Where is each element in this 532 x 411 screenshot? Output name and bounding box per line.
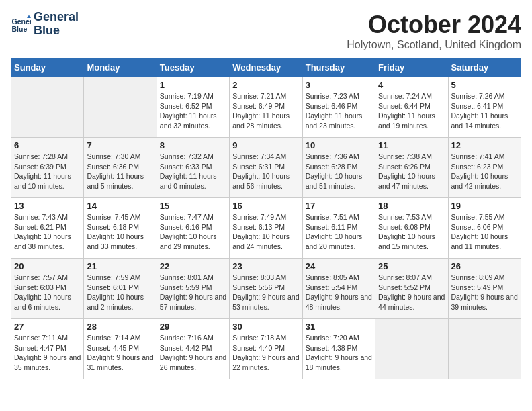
day-details: Sunrise: 7:49 AMSunset: 6:13 PMDaylight:… — [232, 212, 299, 252]
calendar-cell — [448, 319, 521, 379]
day-number: 11 — [378, 140, 445, 150]
calendar-cell: 20 Sunrise: 7:57 AMSunset: 6:03 PMDaylig… — [11, 259, 84, 319]
calendar-cell: 7 Sunrise: 7:30 AMSunset: 6:36 PMDayligh… — [84, 138, 157, 198]
col-sunday: Sunday — [11, 58, 84, 77]
calendar-cell: 4 Sunrise: 7:24 AMSunset: 6:44 PMDayligh… — [375, 77, 448, 138]
day-details: Sunrise: 7:51 AMSunset: 6:11 PMDaylight:… — [306, 212, 372, 252]
day-number: 25 — [378, 261, 445, 271]
day-details: Sunrise: 7:34 AMSunset: 6:31 PMDaylight:… — [232, 152, 299, 191]
calendar-cell: 16 Sunrise: 7:49 AMSunset: 6:13 PMDaylig… — [230, 198, 302, 259]
col-thursday: Thursday — [302, 58, 375, 77]
logo-text-line1: General — [34, 11, 79, 24]
day-details: Sunrise: 7:36 AMSunset: 6:28 PMDaylight:… — [306, 152, 372, 191]
calendar-cell: 1 Sunrise: 7:19 AMSunset: 6:52 PMDayligh… — [157, 77, 229, 138]
col-saturday: Saturday — [448, 58, 521, 77]
day-details: Sunrise: 7:28 AMSunset: 6:39 PMDaylight:… — [14, 152, 81, 191]
calendar-cell: 18 Sunrise: 7:53 AMSunset: 6:08 PMDaylig… — [375, 198, 448, 259]
calendar-body: 1 Sunrise: 7:19 AMSunset: 6:52 PMDayligh… — [11, 77, 521, 379]
calendar-cell: 22 Sunrise: 8:01 AMSunset: 5:59 PMDaylig… — [157, 259, 229, 319]
calendar-week-4: 20 Sunrise: 7:57 AMSunset: 6:03 PMDaylig… — [11, 259, 521, 319]
day-details: Sunrise: 7:20 AMSunset: 4:38 PMDaylight:… — [306, 333, 372, 373]
calendar-cell: 6 Sunrise: 7:28 AMSunset: 6:39 PMDayligh… — [11, 138, 84, 198]
calendar-cell — [375, 319, 448, 379]
day-details: Sunrise: 8:09 AMSunset: 5:49 PMDaylight:… — [451, 273, 518, 312]
calendar-cell: 26 Sunrise: 8:09 AMSunset: 5:49 PMDaylig… — [448, 259, 521, 319]
day-number: 15 — [160, 201, 226, 211]
logo-icon: General Blue — [11, 14, 31, 34]
calendar-cell: 13 Sunrise: 7:43 AMSunset: 6:21 PMDaylig… — [11, 198, 84, 259]
calendar-cell: 14 Sunrise: 7:45 AMSunset: 6:18 PMDaylig… — [84, 198, 157, 259]
col-tuesday: Tuesday — [157, 58, 229, 77]
day-details: Sunrise: 7:14 AMSunset: 4:45 PMDaylight:… — [87, 333, 153, 373]
day-details: Sunrise: 7:41 AMSunset: 6:23 PMDaylight:… — [451, 152, 518, 191]
day-details: Sunrise: 7:16 AMSunset: 4:42 PMDaylight:… — [160, 333, 226, 373]
day-details: Sunrise: 7:23 AMSunset: 6:46 PMDaylight:… — [306, 91, 372, 131]
day-details: Sunrise: 8:03 AMSunset: 5:56 PMDaylight:… — [232, 273, 299, 312]
day-number: 8 — [160, 140, 226, 150]
calendar-cell: 12 Sunrise: 7:41 AMSunset: 6:23 PMDaylig… — [448, 138, 521, 198]
calendar-header: Sunday Monday Tuesday Wednesday Thursday… — [11, 58, 521, 77]
day-number: 13 — [14, 201, 81, 211]
logo-text-line2: Blue — [34, 24, 79, 38]
day-number: 6 — [14, 140, 81, 150]
calendar-week-5: 27 Sunrise: 7:11 AMSunset: 4:47 PMDaylig… — [11, 319, 521, 379]
calendar-cell: 21 Sunrise: 7:59 AMSunset: 6:01 PMDaylig… — [84, 259, 157, 319]
page-header: General Blue General Blue October 2024 H… — [11, 11, 521, 51]
day-details: Sunrise: 7:18 AMSunset: 4:40 PMDaylight:… — [232, 333, 299, 373]
calendar-week-3: 13 Sunrise: 7:43 AMSunset: 6:21 PMDaylig… — [11, 198, 521, 259]
location-subtitle: Holytown, Scotland, United Kingdom — [347, 39, 521, 51]
day-number: 19 — [451, 201, 518, 211]
calendar-week-1: 1 Sunrise: 7:19 AMSunset: 6:52 PMDayligh… — [11, 77, 521, 138]
day-details: Sunrise: 7:43 AMSunset: 6:21 PMDaylight:… — [14, 212, 81, 252]
calendar-cell: 3 Sunrise: 7:23 AMSunset: 6:46 PMDayligh… — [302, 77, 375, 138]
day-number: 30 — [232, 322, 299, 332]
col-wednesday: Wednesday — [230, 58, 302, 77]
day-details: Sunrise: 7:38 AMSunset: 6:26 PMDaylight:… — [378, 152, 445, 191]
day-number: 2 — [232, 80, 299, 90]
title-area: October 2024 Holytown, Scotland, United … — [347, 11, 521, 51]
svg-marker-2 — [27, 15, 31, 18]
day-number: 12 — [451, 140, 518, 150]
day-number: 3 — [306, 80, 372, 90]
calendar-cell: 11 Sunrise: 7:38 AMSunset: 6:26 PMDaylig… — [375, 138, 448, 198]
day-details: Sunrise: 8:01 AMSunset: 5:59 PMDaylight:… — [160, 273, 226, 312]
calendar-cell: 17 Sunrise: 7:51 AMSunset: 6:11 PMDaylig… — [302, 198, 375, 259]
calendar-cell: 9 Sunrise: 7:34 AMSunset: 6:31 PMDayligh… — [230, 138, 302, 198]
day-number: 24 — [306, 261, 372, 271]
header-row: Sunday Monday Tuesday Wednesday Thursday… — [11, 58, 521, 77]
day-number: 21 — [87, 261, 153, 271]
day-number: 10 — [306, 140, 372, 150]
day-details: Sunrise: 7:30 AMSunset: 6:36 PMDaylight:… — [87, 152, 153, 191]
calendar-cell: 10 Sunrise: 7:36 AMSunset: 6:28 PMDaylig… — [302, 138, 375, 198]
calendar-cell — [84, 77, 157, 138]
day-number: 5 — [451, 80, 518, 90]
day-number: 20 — [14, 261, 81, 271]
day-number: 4 — [378, 80, 445, 90]
calendar-cell: 24 Sunrise: 8:05 AMSunset: 5:54 PMDaylig… — [302, 259, 375, 319]
svg-text:Blue: Blue — [12, 24, 28, 32]
day-details: Sunrise: 8:05 AMSunset: 5:54 PMDaylight:… — [306, 273, 372, 312]
calendar-cell: 27 Sunrise: 7:11 AMSunset: 4:47 PMDaylig… — [11, 319, 84, 379]
calendar-cell: 25 Sunrise: 8:07 AMSunset: 5:52 PMDaylig… — [375, 259, 448, 319]
day-number: 18 — [378, 201, 445, 211]
calendar-table: Sunday Monday Tuesday Wednesday Thursday… — [11, 58, 521, 379]
day-details: Sunrise: 7:26 AMSunset: 6:41 PMDaylight:… — [451, 91, 518, 131]
day-number: 26 — [451, 261, 518, 271]
calendar-cell: 28 Sunrise: 7:14 AMSunset: 4:45 PMDaylig… — [84, 319, 157, 379]
day-number: 22 — [160, 261, 226, 271]
calendar-cell: 29 Sunrise: 7:16 AMSunset: 4:42 PMDaylig… — [157, 319, 229, 379]
calendar-cell: 8 Sunrise: 7:32 AMSunset: 6:33 PMDayligh… — [157, 138, 229, 198]
day-number: 31 — [306, 322, 372, 332]
calendar-cell: 23 Sunrise: 8:03 AMSunset: 5:56 PMDaylig… — [230, 259, 302, 319]
day-details: Sunrise: 8:07 AMSunset: 5:52 PMDaylight:… — [378, 273, 445, 312]
month-title: October 2024 — [347, 11, 521, 39]
day-details: Sunrise: 7:24 AMSunset: 6:44 PMDaylight:… — [378, 91, 445, 131]
day-details: Sunrise: 7:57 AMSunset: 6:03 PMDaylight:… — [14, 273, 81, 312]
day-number: 16 — [232, 201, 299, 211]
day-details: Sunrise: 7:59 AMSunset: 6:01 PMDaylight:… — [87, 273, 153, 312]
day-number: 29 — [160, 322, 226, 332]
calendar-week-2: 6 Sunrise: 7:28 AMSunset: 6:39 PMDayligh… — [11, 138, 521, 198]
calendar-cell: 15 Sunrise: 7:47 AMSunset: 6:16 PMDaylig… — [157, 198, 229, 259]
col-monday: Monday — [84, 58, 157, 77]
day-number: 28 — [87, 322, 153, 332]
